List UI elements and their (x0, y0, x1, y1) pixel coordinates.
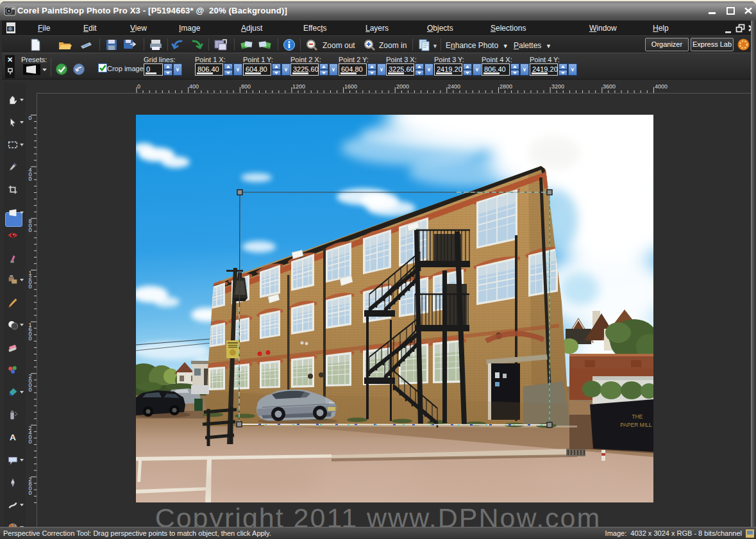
svg-text:PAPER MILL: PAPER MILL (620, 422, 652, 428)
svg-text:THE: THE (632, 413, 643, 420)
svg-text:A: A (10, 433, 16, 442)
